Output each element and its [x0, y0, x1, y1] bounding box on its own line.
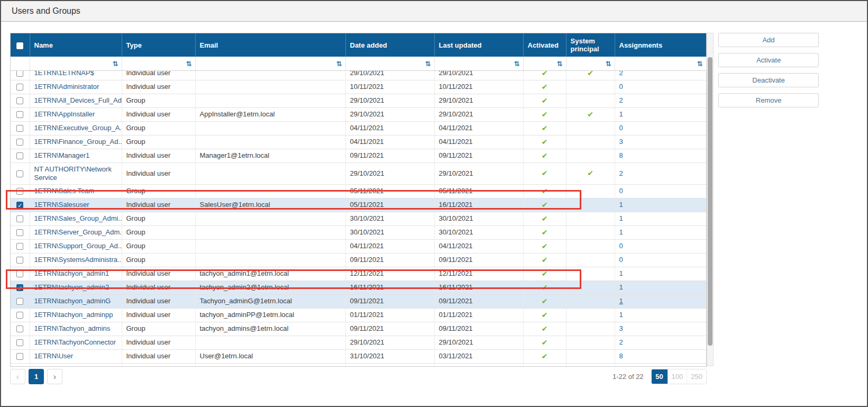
table-row[interactable]: 1ETRN\Finance_Group_Ad...Group04/11/2021… — [11, 135, 706, 149]
scrollbar-thumb[interactable] — [708, 57, 712, 346]
user-name-link[interactable]: 1ETRN\Manager1 — [34, 151, 90, 159]
page-1-button[interactable]: 1 — [29, 369, 44, 384]
row-checkbox[interactable] — [16, 325, 23, 332]
row-checkbox[interactable] — [16, 243, 23, 250]
select-all-checkbox[interactable] — [16, 42, 23, 49]
assignments-link[interactable]: 3 — [619, 138, 623, 146]
row-checkbox[interactable] — [16, 257, 23, 264]
remove-button[interactable]: Remove — [718, 93, 819, 107]
table-row[interactable]: 1ETRN\tachyon_admin2Individual usertachy… — [11, 281, 706, 294]
user-name-link[interactable]: 1ETRN\Tachyon_admins — [34, 324, 111, 332]
table-row[interactable]: 1ETRN\Sales TeamGroup05/11/202105/11/202… — [11, 184, 706, 198]
row-checkbox[interactable] — [16, 71, 23, 77]
assignments-link[interactable]: 1 — [619, 297, 623, 305]
row-checkbox[interactable] — [16, 353, 23, 360]
vertical-scrollbar[interactable] — [707, 33, 714, 366]
row-checkbox[interactable] — [16, 202, 23, 209]
table-row[interactable]: 1ETRN\SalesuserIndividual userSalesUser@… — [11, 198, 706, 212]
table-row[interactable]: 1ETRN\1ETRNAP$Individual user29/10/20212… — [11, 71, 706, 80]
column-header-activated[interactable]: Activated — [523, 33, 566, 57]
assignments-link[interactable]: 2 — [619, 71, 623, 77]
assignments-link[interactable]: 1 — [619, 269, 623, 277]
table-row[interactable]: 1ETRN\Manager1Individual userManager1@1e… — [11, 149, 706, 162]
assignments-link[interactable]: 2 — [619, 169, 623, 177]
user-name-link[interactable]: 1ETRN\Sales Team — [34, 187, 95, 195]
user-name-link[interactable]: 1ETRN\Finance_Group_Ad... — [34, 138, 122, 146]
table-row[interactable]: 1ETRN\All_Devices_Full_Ad...Group29/10/2… — [11, 94, 706, 107]
table-row[interactable]: 1ETRN\UserIndividual userUser@1etrn.loca… — [11, 349, 706, 363]
user-name-link[interactable]: NT AUTHORITY\Network Service — [34, 165, 112, 182]
user-name-link[interactable]: 1ETRN\Administrator — [34, 83, 99, 91]
user-name-link[interactable]: 1ETRN\Sales_Group_Admi... — [34, 214, 122, 222]
assignments-link[interactable]: 1 — [619, 201, 623, 209]
row-checkbox[interactable] — [16, 125, 23, 132]
assignments-link[interactable]: 1 — [619, 311, 623, 319]
table-row[interactable]: 1ETRN\tachyon_admin1Individual usertachy… — [11, 267, 706, 281]
table-row[interactable]: 1ETRN\Sales_Group_Admi...Group30/10/2021… — [11, 212, 706, 225]
sort-icon-assignments[interactable]: ⇅ — [697, 60, 703, 68]
assignments-link[interactable]: 1 — [619, 228, 623, 236]
row-checkbox[interactable] — [16, 298, 23, 305]
assignments-link[interactable]: 1 — [619, 366, 623, 366]
sort-icon-system_principal[interactable]: ⇅ — [606, 60, 611, 68]
table-row[interactable]: 1ETRN\Workstation_Group...Group30/10/202… — [11, 363, 706, 366]
table-scroll-area[interactable]: 1ETRN\1ETRNAP$Individual user29/10/20212… — [11, 71, 706, 366]
user-name-link[interactable]: 1ETRN\tachyon_adminG — [34, 297, 111, 305]
row-checkbox[interactable] — [16, 312, 23, 319]
assignments-link[interactable]: 0 — [619, 187, 623, 195]
table-row[interactable]: 1ETRN\tachyon_adminppIndividual usertach… — [11, 308, 706, 322]
page-size-50[interactable]: 50 — [652, 369, 668, 384]
assignments-link[interactable]: 0 — [619, 242, 623, 250]
table-row[interactable]: 1ETRN\TachyonConnectorIndividual user29/… — [11, 336, 706, 349]
user-name-link[interactable]: 1ETRN\tachyon_admin2 — [34, 283, 109, 291]
user-name-link[interactable]: 1ETRN\AppInstaller — [34, 110, 95, 118]
row-checkbox[interactable] — [16, 139, 23, 146]
row-checkbox[interactable] — [16, 111, 23, 118]
assignments-link[interactable]: 0 — [619, 256, 623, 264]
user-name-link[interactable]: 1ETRN\User — [34, 352, 74, 360]
assignments-link[interactable]: 8 — [619, 352, 623, 360]
column-header-type[interactable]: Type — [122, 33, 195, 57]
add-button[interactable]: Add — [718, 33, 819, 47]
user-name-link[interactable]: 1ETRN\SystemsAdministra... — [34, 256, 122, 264]
sort-icon-last_updated[interactable]: ⇅ — [514, 60, 520, 68]
user-name-link[interactable]: 1ETRN\1ETRNAP$ — [34, 71, 94, 77]
user-name-link[interactable]: 1ETRN\tachyon_adminpp — [34, 311, 113, 319]
user-name-link[interactable]: 1ETRN\Support_Group_Ad... — [34, 242, 122, 250]
table-row[interactable]: NT AUTHORITY\Network ServiceIndividual u… — [11, 162, 706, 184]
assignments-link[interactable]: 3 — [619, 324, 623, 332]
row-checkbox[interactable] — [16, 215, 23, 222]
page-size-100[interactable]: 100 — [668, 369, 687, 384]
row-checkbox[interactable] — [16, 188, 23, 195]
row-checkbox[interactable] — [16, 97, 23, 104]
column-header-date_added[interactable]: Date added — [345, 33, 434, 57]
assignments-link[interactable]: 2 — [619, 96, 623, 104]
assignments-link[interactable]: 8 — [619, 151, 623, 159]
prev-page-button[interactable]: ‹ — [10, 369, 25, 384]
user-name-link[interactable]: 1ETRN\Executive_Group_A... — [34, 124, 122, 132]
deactivate-button[interactable]: Deactivate — [718, 73, 819, 87]
user-name-link[interactable]: 1ETRN\tachyon_admin1 — [34, 269, 109, 277]
user-name-link[interactable]: 1ETRN\Workstation_Group... — [34, 366, 122, 366]
row-checkbox[interactable] — [16, 229, 23, 236]
table-row[interactable]: 1ETRN\Support_Group_Ad...Group04/11/2021… — [11, 239, 706, 253]
sort-icon-date_added[interactable]: ⇅ — [425, 60, 431, 68]
sort-icon-name[interactable]: ⇅ — [113, 60, 118, 68]
table-row[interactable]: 1ETRN\tachyon_adminGIndividual userTachy… — [11, 294, 706, 308]
user-name-link[interactable]: 1ETRN\Server_Group_Adm... — [34, 228, 122, 236]
sort-icon-type[interactable]: ⇅ — [186, 60, 192, 68]
table-row[interactable]: 1ETRN\Server_Group_Adm...Group30/10/2021… — [11, 225, 706, 239]
row-checkbox[interactable] — [16, 284, 23, 291]
table-row[interactable]: 1ETRN\AdministratorIndividual user10/11/… — [11, 80, 706, 94]
assignments-link[interactable]: 2 — [619, 338, 623, 346]
column-header-email[interactable]: Email — [195, 33, 345, 57]
row-checkbox[interactable] — [16, 170, 23, 177]
column-header-system_principal[interactable]: System principal — [566, 33, 615, 57]
row-checkbox[interactable] — [16, 84, 23, 91]
column-header-name[interactable]: Name — [30, 33, 122, 57]
assignments-link[interactable]: 1 — [619, 214, 623, 222]
user-name-link[interactable]: 1ETRN\Salesuser — [34, 201, 89, 209]
row-checkbox[interactable] — [16, 339, 23, 346]
activate-button[interactable]: Activate — [718, 53, 819, 67]
row-checkbox[interactable] — [16, 270, 23, 277]
